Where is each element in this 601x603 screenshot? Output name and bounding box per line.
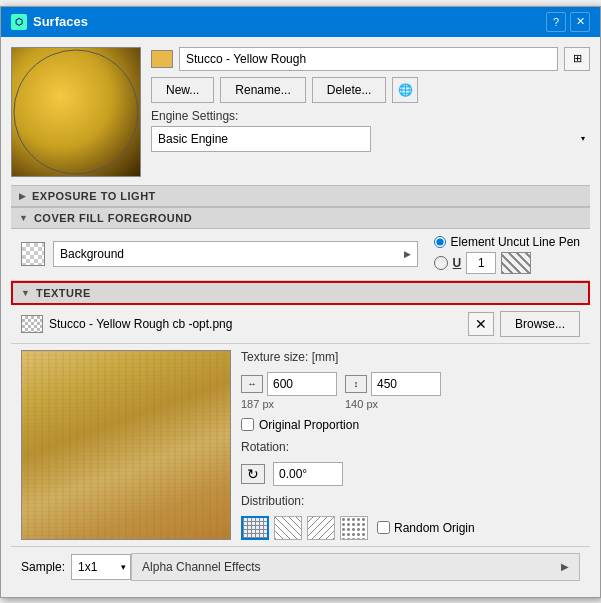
dist-pattern-2-button[interactable] <box>274 516 302 540</box>
sample-label: Sample: <box>21 560 65 574</box>
random-origin-label: Random Origin <box>394 521 475 535</box>
cover-fill-section-title: COVER FILL FOREGROUND <box>34 212 192 224</box>
original-proportion-label: Original Proportion <box>259 418 359 432</box>
height-input[interactable] <box>371 372 441 396</box>
delete-button[interactable]: Delete... <box>312 77 387 103</box>
rotation-input[interactable] <box>273 462 343 486</box>
width-icon: ↔ <box>241 375 263 393</box>
cover-fill-arrow-icon: ▶ <box>404 249 411 259</box>
material-info: ⊞ New... Rename... Delete... 🌐 Engine Se… <box>151 47 590 177</box>
rotation-icon: ↻ <box>241 464 265 484</box>
bottom-bar: Sample: 1x1 2x2 4x4 Alpha Channel Effect… <box>11 546 590 587</box>
title-bar-controls: ? ✕ <box>546 12 590 32</box>
material-name-field[interactable] <box>179 47 558 71</box>
engine-select[interactable]: Basic Engine <box>151 126 371 152</box>
exposure-section-header[interactable]: ▶ EXPOSURE TO LIGHT <box>11 185 590 207</box>
texture-size-label: Texture size: [mm] <box>241 350 580 364</box>
rotation-label: Rotation: <box>241 440 580 454</box>
dialog-body: ⊞ New... Rename... Delete... 🌐 Engine Se… <box>1 37 600 597</box>
dist-pattern-1-button[interactable] <box>241 516 269 540</box>
sample-select-wrapper: 1x1 2x2 4x4 <box>71 554 131 580</box>
random-origin-checkbox[interactable] <box>377 521 390 534</box>
top-section: ⊞ New... Rename... Delete... 🌐 Engine Se… <box>11 47 590 177</box>
pen-pattern-icon <box>501 252 531 274</box>
dist-pattern-3-button[interactable] <box>307 516 335 540</box>
cover-fill-label: Background <box>60 247 400 261</box>
width-px: 187 px <box>241 398 337 410</box>
surfaces-dialog: ⬡ Surfaces ? ✕ ⊞ New... <box>0 6 601 598</box>
texture-file-row: Stucco - Yellow Rough cb -opt.png ✕ Brow… <box>11 305 590 344</box>
width-group: ↔ 187 px <box>241 372 337 410</box>
texture-settings: Texture size: [mm] ↔ 187 px ↕ <box>241 350 580 540</box>
texture-file-icon <box>21 315 43 333</box>
sample-row: Sample: 1x1 2x2 4x4 <box>21 554 131 580</box>
dist-pattern-4-button[interactable] <box>340 516 368 540</box>
dist-pattern-2-icon <box>275 517 301 539</box>
sample-select[interactable]: 1x1 2x2 4x4 <box>71 554 131 580</box>
radio-row: Element Uncut Line Pen <box>434 235 580 249</box>
distribution-row: Random Origin <box>241 516 580 540</box>
close-button[interactable]: ✕ <box>570 12 590 32</box>
exposure-triangle-icon: ▶ <box>19 191 26 201</box>
new-button[interactable]: New... <box>151 77 214 103</box>
engine-row: Engine Settings: Basic Engine ▾ <box>151 109 590 152</box>
cover-fill-dropdown[interactable]: Background ▶ <box>53 241 418 267</box>
material-preview <box>11 47 141 177</box>
engine-label: Engine Settings: <box>151 109 590 123</box>
dialog-title: Surfaces <box>33 14 88 29</box>
texture-preview <box>21 350 231 540</box>
engine-select-wrapper: Basic Engine ▾ <box>151 126 590 152</box>
distribution-label: Distribution: <box>241 494 580 508</box>
pen-controls: U <box>434 252 580 274</box>
title-bar: ⬡ Surfaces ? ✕ <box>1 7 600 37</box>
texture-main: Texture size: [mm] ↔ 187 px ↕ <box>11 344 590 546</box>
pen-circle-icon <box>434 256 448 270</box>
original-proportion-row: Original Proportion <box>241 418 580 432</box>
height-icon: ↕ <box>345 375 367 393</box>
help-button[interactable]: ? <box>546 12 566 32</box>
texture-body: Stucco - Yellow Rough cb -opt.png ✕ Brow… <box>11 305 590 546</box>
pen-underline-icon: U <box>453 256 462 270</box>
clear-texture-button[interactable]: ✕ <box>468 312 494 336</box>
cover-fill-body: Background ▶ Element Uncut Line Pen U <box>11 229 590 281</box>
exposure-section-title: EXPOSURE TO LIGHT <box>32 190 156 202</box>
width-input[interactable] <box>267 372 337 396</box>
texture-triangle-icon: ▼ <box>21 288 30 298</box>
dist-pattern-4-icon <box>341 517 367 539</box>
globe-button[interactable]: 🌐 <box>392 77 418 103</box>
cover-fill-triangle-icon: ▼ <box>19 213 28 223</box>
pen-number-input[interactable] <box>466 252 496 274</box>
dist-pattern-1-icon <box>243 518 267 538</box>
rename-button[interactable]: Rename... <box>220 77 305 103</box>
rotation-row: ↻ <box>241 462 580 486</box>
engine-select-arrow: ▾ <box>581 134 585 143</box>
alpha-channel-bar[interactable]: Alpha Channel Effects ▶ <box>131 553 580 581</box>
cover-fill-right: Element Uncut Line Pen U <box>434 235 580 274</box>
title-bar-left: ⬡ Surfaces <box>11 14 88 30</box>
size-row: ↔ 187 px ↕ 140 px <box>241 372 580 410</box>
cover-fill-section-header[interactable]: ▼ COVER FILL FOREGROUND <box>11 207 590 229</box>
action-buttons-row: New... Rename... Delete... 🌐 <box>151 77 590 103</box>
texture-preview-image <box>22 351 230 539</box>
texture-section-title: TEXTURE <box>36 287 91 299</box>
original-proportion-checkbox[interactable] <box>241 418 254 431</box>
cover-fill-checker-icon <box>21 242 45 266</box>
alpha-channel-arrow-icon: ▶ <box>561 561 569 572</box>
dist-pattern-3-icon <box>308 517 334 539</box>
alpha-channel-label: Alpha Channel Effects <box>142 560 261 574</box>
height-group: ↕ 140 px <box>345 372 441 410</box>
texture-section-header[interactable]: ▼ TEXTURE <box>11 281 590 305</box>
dialog-icon: ⬡ <box>11 14 27 30</box>
browse-button[interactable]: Browse... <box>500 311 580 337</box>
material-swatch <box>151 50 173 68</box>
element-uncut-radio[interactable] <box>434 236 446 248</box>
material-name-row: ⊞ <box>151 47 590 71</box>
texture-filename: Stucco - Yellow Rough cb -opt.png <box>49 317 462 331</box>
element-uncut-label: Element Uncut Line Pen <box>451 235 580 249</box>
random-origin-row: Random Origin <box>377 521 475 535</box>
material-menu-button[interactable]: ⊞ <box>564 47 590 71</box>
height-px: 140 px <box>345 398 441 410</box>
